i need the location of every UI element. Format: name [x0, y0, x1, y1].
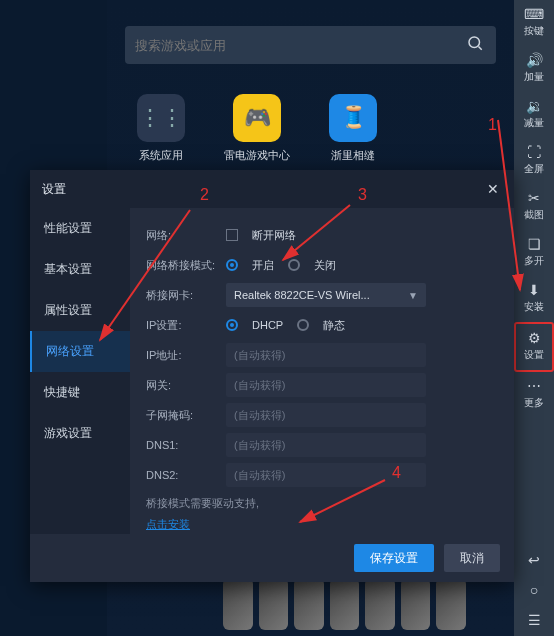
close-button[interactable]: ✕: [484, 180, 502, 198]
nic-label: 桥接网卡:: [146, 288, 216, 303]
gear-icon: ⚙: [528, 330, 541, 346]
app-label: 系统应用: [139, 148, 183, 163]
game-center-icon: 🎮: [233, 94, 281, 142]
home-icon: ○: [530, 582, 538, 598]
disconnect-checkbox[interactable]: [226, 229, 238, 241]
rail-multi[interactable]: ❏多开: [514, 230, 554, 276]
app-grid: ⋮⋮ 系统应用 🎮 雷电游戏中心 🧵 浙里相缝: [125, 94, 496, 163]
sidebar-item-shortcuts[interactable]: 快捷键: [30, 372, 130, 413]
bottom-app[interactable]: [436, 578, 466, 630]
system-apps-icon: ⋮⋮: [137, 94, 185, 142]
dns1-input[interactable]: (自动获得): [226, 433, 426, 457]
rail-more[interactable]: ⋯更多: [514, 372, 554, 418]
close-icon: ✕: [487, 181, 499, 197]
bottom-app[interactable]: [259, 578, 289, 630]
rail-back[interactable]: ↩: [514, 546, 554, 576]
rail-home[interactable]: ○: [514, 576, 554, 606]
app-game-center[interactable]: 🎮 雷电游戏中心: [221, 94, 293, 163]
keyboard-icon: ⌨: [524, 6, 544, 22]
multi-instance-icon: ❏: [528, 236, 541, 252]
sidebar-item-network[interactable]: 网络设置: [30, 331, 130, 372]
settings-content: 网络: 断开网络 网络桥接模式: 开启 关闭 桥接网卡:: [130, 208, 514, 534]
ip-setting-label: IP设置:: [146, 318, 216, 333]
bottom-app[interactable]: [330, 578, 360, 630]
rail-recents[interactable]: ☰: [514, 606, 554, 636]
subnet-label: 子网掩码:: [146, 408, 216, 423]
cancel-button[interactable]: 取消: [444, 544, 500, 572]
sidebar-item-game[interactable]: 游戏设置: [30, 413, 130, 454]
search-icon: [464, 34, 486, 56]
settings-dialog: 设置 ✕ 性能设置 基本设置 属性设置 网络设置 快捷键 游戏设置 网络: 断开…: [30, 170, 514, 582]
dns2-input[interactable]: (自动获得): [226, 463, 426, 487]
download-icon: ⬇: [528, 282, 540, 298]
ip-addr-input[interactable]: (自动获得): [226, 343, 426, 367]
more-icon: ⋯: [527, 378, 541, 394]
rail-volume-down[interactable]: 🔉减量: [514, 92, 554, 138]
rail-install[interactable]: ⬇安装: [514, 276, 554, 322]
fullscreen-icon: ⛶: [527, 144, 541, 160]
gateway-input[interactable]: (自动获得): [226, 373, 426, 397]
bottom-app[interactable]: [401, 578, 431, 630]
right-toolbar: ⌨按键 🔊加量 🔉减量 ⛶全屏 ✂截图 ❏多开 ⬇安装 ⚙设置 ⋯更多 ↩ ○ …: [514, 0, 554, 636]
settings-sidebar: 性能设置 基本设置 属性设置 网络设置 快捷键 游戏设置: [30, 208, 130, 534]
app-label: 雷电游戏中心: [224, 148, 290, 163]
rail-keys[interactable]: ⌨按键: [514, 0, 554, 46]
volume-down-icon: 🔉: [526, 98, 543, 114]
volume-up-icon: 🔊: [526, 52, 543, 68]
bridge-off-label: 关闭: [314, 258, 336, 273]
dns2-label: DNS2:: [146, 469, 216, 481]
app-sewing[interactable]: 🧵 浙里相缝: [317, 94, 389, 163]
bottom-app[interactable]: [365, 578, 395, 630]
network-label: 网络:: [146, 228, 216, 243]
dns1-label: DNS1:: [146, 439, 216, 451]
back-icon: ↩: [528, 552, 540, 568]
sidebar-item-properties[interactable]: 属性设置: [30, 290, 130, 331]
recents-icon: ☰: [528, 612, 541, 628]
bridge-mode-label: 网络桥接模式:: [146, 258, 216, 273]
bottom-app-row: [223, 578, 466, 630]
svg-line-1: [478, 46, 481, 49]
ip-addr-label: IP地址:: [146, 348, 216, 363]
app-label: 浙里相缝: [331, 148, 375, 163]
disconnect-label: 断开网络: [252, 228, 296, 243]
bottom-app[interactable]: [223, 578, 253, 630]
static-radio[interactable]: [297, 319, 309, 331]
sidebar-item-performance[interactable]: 性能设置: [30, 208, 130, 249]
static-label: 静态: [323, 318, 345, 333]
save-button[interactable]: 保存设置: [354, 544, 434, 572]
sewing-icon: 🧵: [329, 94, 377, 142]
install-driver-link[interactable]: 点击安装: [146, 518, 190, 530]
subnet-input[interactable]: (自动获得): [226, 403, 426, 427]
rail-fullscreen[interactable]: ⛶全屏: [514, 138, 554, 184]
gateway-label: 网关:: [146, 378, 216, 393]
dialog-footer: 保存设置 取消: [30, 534, 514, 582]
bottom-app[interactable]: [294, 578, 324, 630]
dialog-title: 设置: [42, 181, 66, 198]
nic-value: Realtek 8822CE-VS Wirel...: [234, 289, 370, 301]
search-input[interactable]: [135, 38, 464, 53]
bridge-on-radio[interactable]: [226, 259, 238, 271]
nic-select[interactable]: Realtek 8822CE-VS Wirel... ▼: [226, 283, 426, 307]
search-bar[interactable]: [125, 26, 496, 64]
sidebar-item-basic[interactable]: 基本设置: [30, 249, 130, 290]
app-system[interactable]: ⋮⋮ 系统应用: [125, 94, 197, 163]
rail-screenshot[interactable]: ✂截图: [514, 184, 554, 230]
scissors-icon: ✂: [528, 190, 540, 206]
rail-volume-up[interactable]: 🔊加量: [514, 46, 554, 92]
bridge-hint: 桥接模式需要驱动支持,: [146, 496, 498, 511]
dhcp-label: DHCP: [252, 319, 283, 331]
rail-settings[interactable]: ⚙设置: [514, 322, 554, 372]
svg-point-0: [469, 37, 480, 48]
chevron-down-icon: ▼: [408, 290, 418, 301]
bridge-on-label: 开启: [252, 258, 274, 273]
bridge-off-radio[interactable]: [288, 259, 300, 271]
dhcp-radio[interactable]: [226, 319, 238, 331]
